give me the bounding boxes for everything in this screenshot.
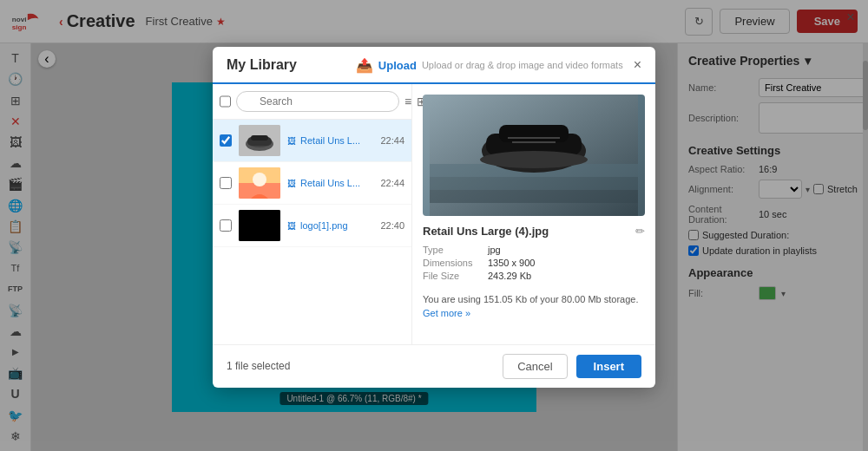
svg-rect-13 — [430, 177, 638, 190]
meta-row-filesize: File Size 243.29 Kb — [423, 271, 645, 281]
file-item[interactable]: 🖼 logo[1].png 22:40 — [213, 205, 411, 247]
modal-dialog: My Library 📤 Upload Upload or drag & dro… — [213, 47, 655, 388]
file-name: 🖼 logo[1].png — [287, 220, 348, 231]
file-checkbox[interactable] — [220, 219, 232, 232]
file-type-icon: 🖼 — [287, 179, 296, 188]
file-name: 🖼 Retail Uns L... — [287, 135, 360, 146]
sort-icon[interactable]: ≡ — [404, 91, 411, 112]
file-name: 🖼 Retail Uns L... — [287, 178, 360, 188]
insert-button[interactable]: Insert — [576, 355, 641, 378]
upload-icon: 📤 — [356, 57, 373, 74]
file-thumbnail — [239, 167, 280, 199]
search-wrapper: 🔍 — [236, 91, 399, 112]
cancel-button[interactable]: Cancel — [503, 354, 567, 379]
filesize-label: File Size — [423, 271, 488, 281]
file-checkbox[interactable] — [220, 134, 232, 147]
svg-point-9 — [253, 173, 266, 186]
file-item[interactable]: 🖼 Retail Uns L... 22:44 — [213, 120, 411, 162]
file-info: 🖼 logo[1].png 22:40 — [287, 220, 404, 231]
modal-title: My Library — [227, 57, 297, 82]
upload-area: 📤 Upload Upload or drag & drop image and… — [356, 57, 623, 74]
svg-rect-14 — [430, 190, 638, 203]
selected-count: 1 file selected — [227, 360, 494, 372]
modal-overlay[interactable]: My Library 📤 Upload Upload or drag & dro… — [0, 0, 868, 451]
svg-point-19 — [480, 151, 588, 168]
file-items: 🖼 Retail Uns L... 22:44 — [213, 120, 411, 344]
dimensions-value: 1350 x 900 — [488, 258, 535, 268]
meta-table: Type jpg Dimensions 1350 x 900 File Size… — [423, 245, 645, 284]
file-time: 22:44 — [380, 135, 404, 146]
file-toolbar: 🔍 ≡ ⊞ ☰ — [213, 84, 411, 120]
preview-image — [423, 95, 645, 216]
svg-rect-18 — [499, 125, 569, 142]
file-item[interactable]: 🖼 Retail Uns L... 22:44 — [213, 162, 411, 205]
file-thumbnail — [239, 125, 280, 156]
modal-header-right: 📤 Upload Upload or drag & drop image and… — [356, 57, 641, 82]
file-checkbox[interactable] — [220, 177, 232, 189]
modal-footer: 1 file selected Cancel Insert — [213, 344, 655, 388]
preview-image-container — [423, 95, 645, 216]
file-info: 🖼 Retail Uns L... 22:44 — [287, 135, 404, 146]
preview-file-name-row: Retail Uns Large (4).jpg ✏ — [423, 225, 645, 238]
file-type-icon: 🖼 — [287, 221, 296, 231]
meta-row-type: Type jpg — [423, 245, 645, 255]
modal-header: My Library 📤 Upload Upload or drag & dro… — [213, 47, 655, 84]
file-list: 🔍 ≡ ⊞ ☰ — [213, 84, 412, 344]
type-label: Type — [423, 245, 488, 255]
app-container: novi sign ‹ Creative First Creative★ ↻ P… — [0, 0, 868, 451]
preview-file-name: Retail Uns Large (4).jpg — [423, 225, 549, 238]
upload-hint: Upload or drag & drop image and video fo… — [422, 60, 623, 70]
modal-body: 🔍 ≡ ⊞ ☰ — [213, 84, 655, 344]
storage-info: You are using 151.05 Kb of your 80.00 Mb… — [423, 292, 645, 321]
file-time: 22:40 — [380, 220, 404, 231]
file-type-icon: 🖼 — [287, 136, 296, 146]
type-value: jpg — [488, 245, 501, 255]
get-more-link[interactable]: Get more » — [423, 308, 470, 318]
svg-rect-10 — [239, 210, 280, 241]
dimensions-label: Dimensions — [423, 258, 488, 268]
meta-row-dimensions: Dimensions 1350 x 900 — [423, 258, 645, 268]
search-input[interactable] — [236, 91, 399, 112]
file-time: 22:44 — [380, 178, 404, 188]
modal-close-button[interactable]: × — [634, 58, 641, 72]
preview-panel: Retail Uns Large (4).jpg ✏ Type jpg Dime… — [412, 84, 655, 344]
upload-label[interactable]: Upload — [378, 59, 417, 72]
filesize-value: 243.29 Kb — [488, 271, 531, 281]
storage-text: You are using 151.05 Kb of your 80.00 Mb… — [423, 294, 639, 304]
edit-icon[interactable]: ✏ — [635, 225, 645, 238]
svg-rect-6 — [251, 135, 268, 141]
file-info: 🖼 Retail Uns L... 22:44 — [287, 178, 404, 188]
select-all-checkbox[interactable] — [220, 95, 231, 108]
file-thumbnail — [239, 210, 280, 241]
